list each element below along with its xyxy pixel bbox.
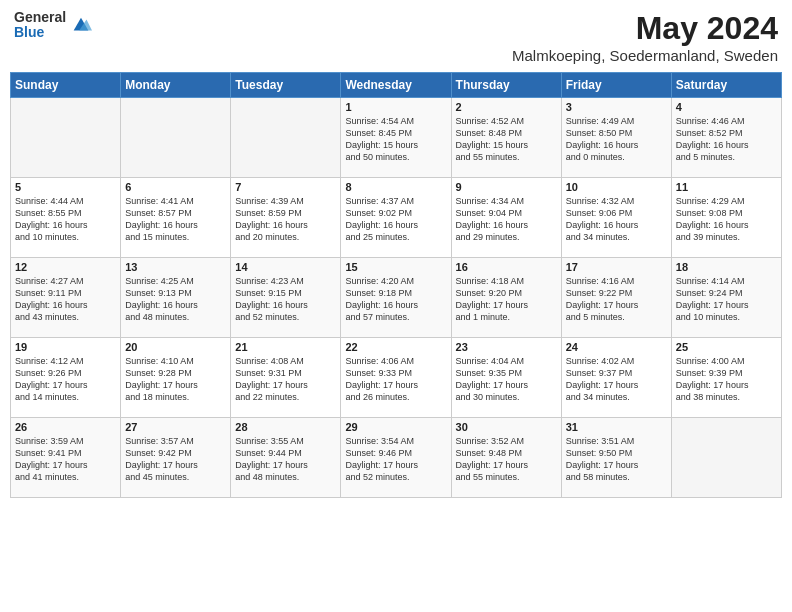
logo-icon [70,14,92,36]
calendar-cell: 6Sunrise: 4:41 AM Sunset: 8:57 PM Daylig… [121,178,231,258]
calendar-cell: 22Sunrise: 4:06 AM Sunset: 9:33 PM Dayli… [341,338,451,418]
calendar-cell: 10Sunrise: 4:32 AM Sunset: 9:06 PM Dayli… [561,178,671,258]
calendar-cell: 30Sunrise: 3:52 AM Sunset: 9:48 PM Dayli… [451,418,561,498]
cell-info: Sunrise: 3:52 AM Sunset: 9:48 PM Dayligh… [456,435,557,484]
calendar-cell: 1Sunrise: 4:54 AM Sunset: 8:45 PM Daylig… [341,98,451,178]
calendar-week-row: 26Sunrise: 3:59 AM Sunset: 9:41 PM Dayli… [11,418,782,498]
calendar-cell: 2Sunrise: 4:52 AM Sunset: 8:48 PM Daylig… [451,98,561,178]
cell-info: Sunrise: 4:12 AM Sunset: 9:26 PM Dayligh… [15,355,116,404]
day-number: 29 [345,421,446,433]
day-number: 26 [15,421,116,433]
cell-info: Sunrise: 3:55 AM Sunset: 9:44 PM Dayligh… [235,435,336,484]
day-number: 6 [125,181,226,193]
calendar-cell [671,418,781,498]
day-number: 12 [15,261,116,273]
calendar-cell [121,98,231,178]
day-number: 8 [345,181,446,193]
cell-info: Sunrise: 4:00 AM Sunset: 9:39 PM Dayligh… [676,355,777,404]
day-number: 28 [235,421,336,433]
calendar-cell: 11Sunrise: 4:29 AM Sunset: 9:08 PM Dayli… [671,178,781,258]
day-of-week-monday: Monday [121,73,231,98]
day-of-week-thursday: Thursday [451,73,561,98]
page-header: General Blue May 2024 Malmkoeping, Soede… [10,10,782,64]
calendar-cell: 14Sunrise: 4:23 AM Sunset: 9:15 PM Dayli… [231,258,341,338]
title-block: May 2024 Malmkoeping, Soedermanland, Swe… [512,10,778,64]
day-of-week-saturday: Saturday [671,73,781,98]
cell-info: Sunrise: 4:08 AM Sunset: 9:31 PM Dayligh… [235,355,336,404]
logo-text: General Blue [14,10,66,41]
day-number: 13 [125,261,226,273]
calendar-cell: 19Sunrise: 4:12 AM Sunset: 9:26 PM Dayli… [11,338,121,418]
cell-info: Sunrise: 4:10 AM Sunset: 9:28 PM Dayligh… [125,355,226,404]
day-number: 9 [456,181,557,193]
logo-general: General [14,10,66,25]
calendar-cell: 18Sunrise: 4:14 AM Sunset: 9:24 PM Dayli… [671,258,781,338]
day-number: 18 [676,261,777,273]
cell-info: Sunrise: 4:34 AM Sunset: 9:04 PM Dayligh… [456,195,557,244]
calendar-cell [11,98,121,178]
calendar-cell: 24Sunrise: 4:02 AM Sunset: 9:37 PM Dayli… [561,338,671,418]
day-number: 10 [566,181,667,193]
day-number: 3 [566,101,667,113]
cell-info: Sunrise: 3:59 AM Sunset: 9:41 PM Dayligh… [15,435,116,484]
calendar-cell: 13Sunrise: 4:25 AM Sunset: 9:13 PM Dayli… [121,258,231,338]
cell-info: Sunrise: 3:57 AM Sunset: 9:42 PM Dayligh… [125,435,226,484]
calendar-week-row: 1Sunrise: 4:54 AM Sunset: 8:45 PM Daylig… [11,98,782,178]
calendar-cell: 5Sunrise: 4:44 AM Sunset: 8:55 PM Daylig… [11,178,121,258]
day-number: 1 [345,101,446,113]
calendar-week-row: 5Sunrise: 4:44 AM Sunset: 8:55 PM Daylig… [11,178,782,258]
cell-info: Sunrise: 4:20 AM Sunset: 9:18 PM Dayligh… [345,275,446,324]
calendar-week-row: 12Sunrise: 4:27 AM Sunset: 9:11 PM Dayli… [11,258,782,338]
calendar-cell: 8Sunrise: 4:37 AM Sunset: 9:02 PM Daylig… [341,178,451,258]
calendar-cell: 7Sunrise: 4:39 AM Sunset: 8:59 PM Daylig… [231,178,341,258]
day-number: 20 [125,341,226,353]
cell-info: Sunrise: 4:14 AM Sunset: 9:24 PM Dayligh… [676,275,777,324]
cell-info: Sunrise: 4:39 AM Sunset: 8:59 PM Dayligh… [235,195,336,244]
cell-info: Sunrise: 4:16 AM Sunset: 9:22 PM Dayligh… [566,275,667,324]
calendar-header-row: SundayMondayTuesdayWednesdayThursdayFrid… [11,73,782,98]
day-of-week-sunday: Sunday [11,73,121,98]
day-number: 30 [456,421,557,433]
calendar-cell [231,98,341,178]
calendar-cell: 17Sunrise: 4:16 AM Sunset: 9:22 PM Dayli… [561,258,671,338]
day-number: 19 [15,341,116,353]
cell-info: Sunrise: 4:49 AM Sunset: 8:50 PM Dayligh… [566,115,667,164]
day-number: 22 [345,341,446,353]
day-number: 25 [676,341,777,353]
calendar-cell: 28Sunrise: 3:55 AM Sunset: 9:44 PM Dayli… [231,418,341,498]
calendar-cell: 16Sunrise: 4:18 AM Sunset: 9:20 PM Dayli… [451,258,561,338]
cell-info: Sunrise: 4:06 AM Sunset: 9:33 PM Dayligh… [345,355,446,404]
cell-info: Sunrise: 4:29 AM Sunset: 9:08 PM Dayligh… [676,195,777,244]
day-number: 16 [456,261,557,273]
month-title: May 2024 [512,10,778,47]
calendar-cell: 27Sunrise: 3:57 AM Sunset: 9:42 PM Dayli… [121,418,231,498]
day-number: 17 [566,261,667,273]
cell-info: Sunrise: 4:18 AM Sunset: 9:20 PM Dayligh… [456,275,557,324]
day-number: 4 [676,101,777,113]
cell-info: Sunrise: 3:51 AM Sunset: 9:50 PM Dayligh… [566,435,667,484]
calendar-week-row: 19Sunrise: 4:12 AM Sunset: 9:26 PM Dayli… [11,338,782,418]
calendar-cell: 25Sunrise: 4:00 AM Sunset: 9:39 PM Dayli… [671,338,781,418]
cell-info: Sunrise: 4:04 AM Sunset: 9:35 PM Dayligh… [456,355,557,404]
calendar-table: SundayMondayTuesdayWednesdayThursdayFrid… [10,72,782,498]
day-number: 2 [456,101,557,113]
calendar-cell: 15Sunrise: 4:20 AM Sunset: 9:18 PM Dayli… [341,258,451,338]
day-number: 11 [676,181,777,193]
day-of-week-friday: Friday [561,73,671,98]
day-number: 27 [125,421,226,433]
cell-info: Sunrise: 4:54 AM Sunset: 8:45 PM Dayligh… [345,115,446,164]
day-of-week-tuesday: Tuesday [231,73,341,98]
logo: General Blue [14,10,92,41]
calendar-cell: 26Sunrise: 3:59 AM Sunset: 9:41 PM Dayli… [11,418,121,498]
cell-info: Sunrise: 4:32 AM Sunset: 9:06 PM Dayligh… [566,195,667,244]
calendar-cell: 21Sunrise: 4:08 AM Sunset: 9:31 PM Dayli… [231,338,341,418]
day-number: 15 [345,261,446,273]
calendar-cell: 9Sunrise: 4:34 AM Sunset: 9:04 PM Daylig… [451,178,561,258]
cell-info: Sunrise: 4:27 AM Sunset: 9:11 PM Dayligh… [15,275,116,324]
calendar-cell: 4Sunrise: 4:46 AM Sunset: 8:52 PM Daylig… [671,98,781,178]
cell-info: Sunrise: 4:23 AM Sunset: 9:15 PM Dayligh… [235,275,336,324]
calendar-cell: 12Sunrise: 4:27 AM Sunset: 9:11 PM Dayli… [11,258,121,338]
calendar-cell: 20Sunrise: 4:10 AM Sunset: 9:28 PM Dayli… [121,338,231,418]
cell-info: Sunrise: 4:25 AM Sunset: 9:13 PM Dayligh… [125,275,226,324]
day-of-week-wednesday: Wednesday [341,73,451,98]
